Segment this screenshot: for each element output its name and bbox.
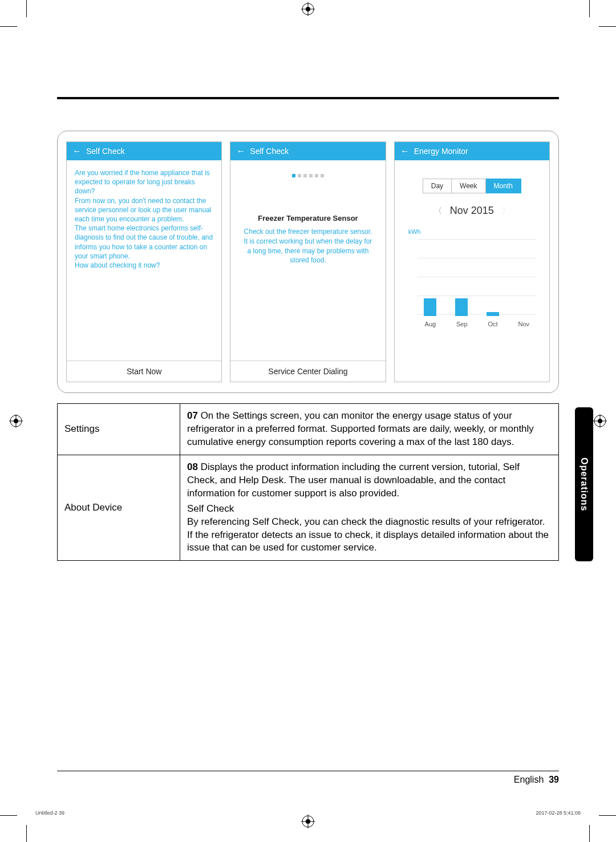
page-footer: English 39 [57, 771, 559, 785]
print-meta-right: 2017-02-28 5:41:08 [536, 810, 581, 816]
self-check-subheading: Self Check [187, 503, 552, 516]
screen-self-check-result: ← Self Check Freezer Temperature Sensor … [230, 141, 386, 382]
chevron-right-icon[interactable]: 〉 [502, 206, 510, 216]
energy-bar-chart: kWh Aug Sep Oct [407, 230, 537, 327]
row-number: 08 [187, 462, 198, 472]
screen-header[interactable]: ← Self Check [230, 142, 385, 160]
bar-aug [424, 298, 436, 316]
sensor-title: Freezer Temperature Sensor [238, 214, 377, 222]
bar-sep [455, 298, 468, 316]
screen-title: Self Check [250, 147, 289, 156]
tab-day[interactable]: Day [423, 179, 452, 193]
registration-mark-icon [301, 2, 315, 16]
row-label-settings: Settings [58, 404, 180, 455]
page-dots [238, 169, 377, 180]
screens-container: ← Self Check Are you worried if the home… [57, 131, 559, 393]
row-label-about-device: About Device [58, 455, 180, 561]
tab-month[interactable]: Month [486, 179, 521, 193]
registration-mark-icon [593, 414, 607, 428]
row-number: 07 [187, 410, 198, 421]
footer-language: English [514, 775, 544, 784]
registration-mark-icon [9, 414, 23, 428]
xlabel: Oct [488, 321, 497, 327]
screen-title: Energy Monitor [414, 147, 468, 156]
bar-oct [487, 312, 499, 316]
row-text-about-device: 08 Displays the product information incl… [180, 455, 559, 561]
date-label: Nov 2015 [450, 205, 494, 217]
back-arrow-icon[interactable]: ← [400, 146, 410, 156]
back-arrow-icon[interactable]: ← [236, 146, 245, 156]
back-arrow-icon[interactable]: ← [72, 146, 82, 156]
table-row: Settings 07 On the Settings screen, you … [58, 404, 559, 455]
tab-week[interactable]: Week [452, 179, 485, 193]
row-text-settings: 07 On the Settings screen, you can monit… [180, 404, 559, 455]
table-row: About Device 08 Displays the product inf… [58, 455, 559, 561]
chart-ylabel: kWh [408, 228, 421, 235]
period-tabs: Day Week Month [403, 179, 541, 193]
chevron-left-icon[interactable]: 〈 [434, 206, 442, 216]
sensor-description: Check out the freezer temperature sensor… [238, 227, 377, 265]
xlabel: Nov [518, 321, 529, 327]
service-center-dialing-button[interactable]: Service Center Dialing [230, 361, 385, 382]
screen-header[interactable]: ← Energy Monitor [395, 142, 549, 160]
info-table: Settings 07 On the Settings screen, you … [57, 403, 559, 561]
section-tab-operations: Operations [575, 407, 593, 561]
screen-header[interactable]: ← Self Check [67, 142, 221, 160]
self-check-intro-text: Are you worried if the home appliance th… [75, 168, 213, 270]
screen-energy-monitor: ← Energy Monitor Day Week Month 〈 Nov 20… [394, 141, 550, 382]
print-meta-left: Untitled-2 39 [35, 810, 64, 816]
page-number: 39 [549, 775, 559, 784]
screen-self-check-intro: ← Self Check Are you worried if the home… [66, 141, 222, 382]
xlabel: Sep [456, 321, 468, 327]
start-now-button[interactable]: Start Now [67, 361, 221, 382]
xlabel: Aug [425, 321, 436, 327]
date-navigator: 〈 Nov 2015 〉 [403, 205, 541, 217]
screen-title: Self Check [86, 147, 125, 156]
registration-mark-icon [301, 815, 315, 828]
